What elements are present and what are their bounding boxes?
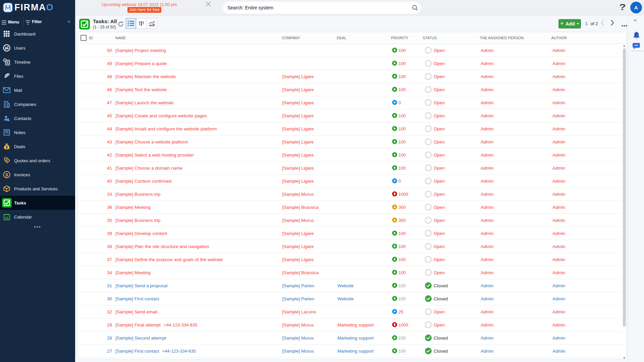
svg-text:31: 31 — [5, 216, 8, 220]
svg-text:S: S — [5, 158, 8, 162]
svg-text:$: $ — [6, 145, 8, 149]
svg-text:$: $ — [5, 172, 8, 177]
